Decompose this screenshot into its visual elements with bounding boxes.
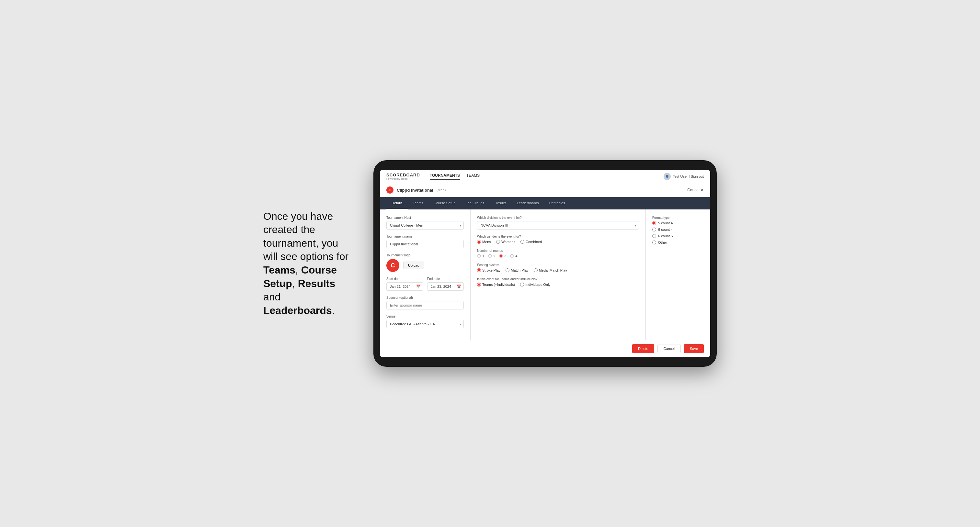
date-group: Start date 📅 End date 📅 bbox=[387, 277, 464, 296]
rounds-1-radio[interactable] bbox=[477, 254, 481, 258]
nav-teams[interactable]: TEAMS bbox=[466, 173, 480, 179]
gender-combined[interactable]: Combined bbox=[520, 240, 542, 244]
footer-bar: Delete Cancel Save bbox=[380, 340, 710, 357]
tab-course-setup[interactable]: Course Setup bbox=[428, 197, 461, 210]
logo-label: Tournament logo bbox=[387, 254, 464, 257]
event-type-label: Is this event for Teams and/or Individua… bbox=[477, 278, 639, 281]
rounds-3-label: 3 bbox=[504, 254, 506, 258]
instruction-bold4: Leaderboards bbox=[263, 305, 332, 316]
gender-mens-radio[interactable] bbox=[477, 240, 481, 244]
name-label: Tournament name bbox=[387, 235, 464, 238]
rounds-2[interactable]: 2 bbox=[488, 254, 495, 258]
scoring-match-radio[interactable] bbox=[506, 268, 509, 272]
format-label: Format type bbox=[652, 216, 704, 219]
save-button[interactable]: Save bbox=[684, 344, 704, 353]
tournament-header: C Clippd Invitational (Men) Cancel ✕ bbox=[380, 183, 710, 197]
end-date-label: End date bbox=[427, 277, 464, 281]
event-teams-radio[interactable] bbox=[477, 283, 481, 286]
host-select[interactable]: Clippd College - Men bbox=[387, 221, 464, 230]
sponsor-input[interactable] bbox=[387, 301, 464, 310]
format-other[interactable]: Other bbox=[652, 241, 704, 244]
logo-title: SCOREBOARD bbox=[387, 173, 420, 178]
start-date-label: Start date bbox=[387, 277, 423, 281]
tab-printables[interactable]: Printables bbox=[544, 197, 570, 210]
tablet-frame: SCOREBOARD Powered by clippd TOURNAMENTS… bbox=[374, 160, 717, 367]
main-content: Tournament Host Clippd College - Men Tou… bbox=[380, 210, 710, 340]
event-individuals[interactable]: Individuals Only bbox=[520, 283, 550, 286]
format-6count5-radio[interactable] bbox=[652, 234, 656, 238]
tab-tee-groups[interactable]: Tee Groups bbox=[461, 197, 489, 210]
rounds-3[interactable]: 3 bbox=[499, 254, 506, 258]
upload-button[interactable]: Upload bbox=[403, 262, 424, 269]
instruction-part2: , bbox=[295, 264, 301, 276]
top-nav: SCOREBOARD Powered by clippd TOURNAMENTS… bbox=[380, 170, 710, 183]
format-6count4-radio[interactable] bbox=[652, 227, 656, 232]
rounds-2-radio[interactable] bbox=[488, 254, 492, 258]
division-select[interactable]: NCAA Division III bbox=[477, 221, 639, 230]
rounds-4[interactable]: 4 bbox=[510, 254, 517, 258]
gender-womens-label: Womens bbox=[501, 240, 515, 244]
right-panel: Format type 5 count 4 6 count 4 6 count … bbox=[646, 210, 710, 340]
scoring-radio-group: Stroke Play Match Play Medal Match Play bbox=[477, 268, 639, 272]
gender-combined-label: Combined bbox=[526, 240, 542, 244]
venue-select[interactable]: Peachtree GC - Atlanta - GA bbox=[387, 320, 464, 328]
scoring-match[interactable]: Match Play bbox=[506, 268, 528, 272]
tab-results[interactable]: Results bbox=[489, 197, 512, 210]
start-date-group: Start date 📅 bbox=[387, 277, 423, 291]
event-type-radio-group: Teams (+Individuals) Individuals Only bbox=[477, 283, 639, 286]
tablet-screen: SCOREBOARD Powered by clippd TOURNAMENTS… bbox=[380, 170, 710, 357]
sponsor-group: Sponsor (optional) bbox=[387, 296, 464, 310]
event-individuals-radio[interactable] bbox=[520, 283, 524, 286]
logo-group: Tournament logo C Upload bbox=[387, 254, 464, 272]
venue-select-wrapper: Peachtree GC - Atlanta - GA bbox=[387, 320, 464, 328]
host-group: Tournament Host Clippd College - Men bbox=[387, 216, 464, 230]
format-6count5-label: 6 count 5 bbox=[658, 234, 673, 238]
format-6count4[interactable]: 6 count 4 bbox=[652, 227, 704, 232]
instruction-part5: . bbox=[332, 305, 335, 316]
scoring-medal[interactable]: Medal Match Play bbox=[534, 268, 567, 272]
start-date-wrapper: 📅 bbox=[387, 282, 423, 291]
user-sign-out[interactable]: Test User | Sign out bbox=[673, 175, 704, 178]
gender-label: Which gender is the event for? bbox=[477, 235, 639, 238]
venue-group: Venue Peachtree GC - Atlanta - GA bbox=[387, 315, 464, 328]
rounds-1[interactable]: 1 bbox=[477, 254, 484, 258]
scoring-match-label: Match Play bbox=[511, 268, 528, 272]
event-teams[interactable]: Teams (+Individuals) bbox=[477, 283, 515, 286]
tab-bar: Details Teams Course Setup Tee Groups Re… bbox=[380, 197, 710, 210]
format-5count4-label: 5 count 4 bbox=[658, 221, 673, 225]
tournament-name: Clippd Invitational bbox=[397, 188, 433, 193]
left-panel: Tournament Host Clippd College - Men Tou… bbox=[380, 210, 471, 340]
logo-area: SCOREBOARD Powered by clippd bbox=[387, 173, 420, 180]
format-other-radio[interactable] bbox=[652, 241, 656, 244]
scoring-medal-label: Medal Match Play bbox=[539, 268, 567, 272]
sponsor-label: Sponsor (optional) bbox=[387, 296, 464, 300]
format-other-label: Other bbox=[658, 241, 667, 244]
tab-leaderboards[interactable]: Leaderboards bbox=[512, 197, 544, 210]
tournament-logo-small: C bbox=[387, 186, 393, 194]
gender-womens[interactable]: Womens bbox=[496, 240, 515, 244]
scoring-stroke-radio[interactable] bbox=[477, 268, 481, 272]
cancel-button[interactable]: Cancel bbox=[657, 344, 681, 353]
gender-combined-radio[interactable] bbox=[520, 240, 524, 244]
logo-upload-area: C Upload bbox=[387, 259, 464, 272]
format-6count5[interactable]: 6 count 5 bbox=[652, 234, 704, 238]
format-5count4[interactable]: 5 count 4 bbox=[652, 221, 704, 225]
delete-button[interactable]: Delete bbox=[632, 344, 654, 353]
cancel-top-button[interactable]: Cancel ✕ bbox=[687, 188, 704, 192]
name-input[interactable] bbox=[387, 240, 464, 248]
end-date-icon: 📅 bbox=[457, 284, 461, 289]
event-type-group: Is this event for Teams and/or Individua… bbox=[477, 278, 639, 286]
scoring-stroke[interactable]: Stroke Play bbox=[477, 268, 500, 272]
tab-details[interactable]: Details bbox=[387, 197, 408, 210]
gender-womens-radio[interactable] bbox=[496, 240, 500, 244]
nav-tournaments[interactable]: TOURNAMENTS bbox=[430, 173, 460, 179]
tab-teams[interactable]: Teams bbox=[408, 197, 428, 210]
rounds-4-radio[interactable] bbox=[510, 254, 514, 258]
rounds-3-radio[interactable] bbox=[499, 254, 503, 258]
scoring-label: Scoring system bbox=[477, 263, 639, 267]
gender-mens[interactable]: Mens bbox=[477, 240, 491, 244]
instruction-bold1: Teams bbox=[263, 264, 295, 276]
gender-group: Which gender is the event for? Mens Wome… bbox=[477, 235, 639, 244]
format-5count4-radio[interactable] bbox=[652, 221, 656, 225]
scoring-medal-radio[interactable] bbox=[534, 268, 538, 272]
